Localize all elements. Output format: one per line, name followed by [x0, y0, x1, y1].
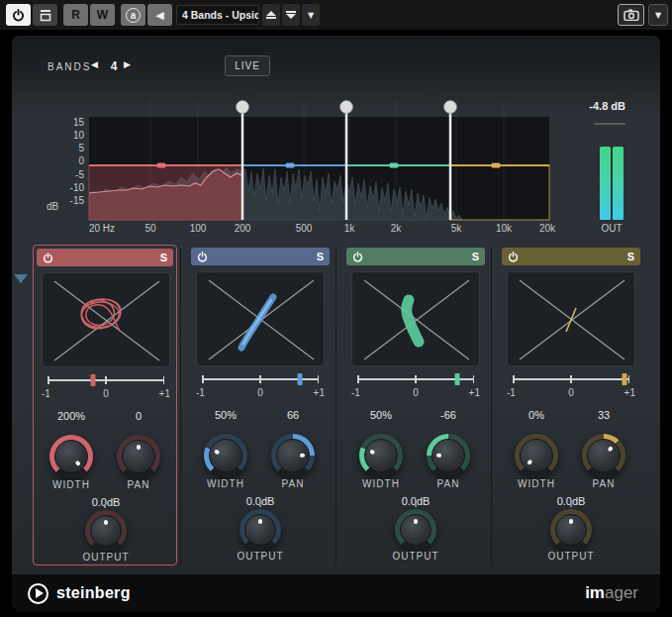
previous-preset-button[interactable] — [262, 4, 280, 26]
steinberg-logo-icon — [28, 583, 48, 604]
scale-label: -1 — [196, 387, 205, 398]
pan-value: 66 — [261, 409, 325, 421]
band-2-gain-handle[interactable] — [286, 163, 295, 168]
write-automation-button[interactable]: W — [90, 4, 115, 26]
output-knob[interactable] — [395, 509, 436, 551]
detent-mark — [104, 504, 106, 508]
correlation-meter — [202, 373, 319, 385]
output-knob[interactable] — [550, 509, 592, 551]
pan-value: -66 — [417, 409, 480, 421]
crossover-2-handle[interactable] — [340, 101, 353, 114]
freq-tick: 50 — [144, 223, 155, 234]
band-1-gain-handle[interactable] — [157, 163, 166, 168]
output-knob[interactable] — [240, 509, 281, 551]
output-level-readout: -4.8 dB — [589, 100, 625, 112]
width-knob[interactable] — [515, 434, 558, 477]
pan-knob[interactable] — [582, 434, 625, 477]
copy-ab-button[interactable]: ◀ — [147, 4, 172, 26]
next-preset-button[interactable] — [282, 4, 300, 26]
scale-label: +1 — [159, 388, 170, 399]
read-automation-button[interactable]: R — [63, 4, 88, 26]
preset-menu-button[interactable]: ▼ — [302, 4, 320, 26]
output-label: OUTPUT — [499, 551, 643, 562]
band-count-value: 4 — [106, 59, 122, 73]
spectrum-plot[interactable] — [35, 94, 641, 241]
plugin-toolbar: R W a ◀ 4 Bands - Upside D ▼ ▼ — [0, 0, 672, 30]
detent-mark — [415, 503, 417, 507]
width-value: 200% — [40, 410, 103, 422]
scale-label: +1 — [624, 387, 635, 398]
pan-knob[interactable] — [427, 434, 470, 477]
band-3-header: S — [346, 248, 485, 265]
live-toggle-button[interactable]: LIVE — [225, 55, 270, 76]
pan-label: PAN — [417, 478, 480, 489]
camera-icon — [624, 9, 639, 21]
detent-mark — [259, 503, 261, 507]
eject-down-icon — [286, 11, 296, 20]
crossover-3-handle[interactable] — [444, 101, 457, 114]
width-knob[interactable] — [49, 435, 93, 478]
decrease-bands-button[interactable]: ◀ — [91, 59, 98, 69]
freq-tick: 20 Hz — [89, 223, 115, 234]
band-solo-button[interactable]: S — [472, 251, 479, 262]
scope-cross-icon — [364, 280, 469, 360]
bypass-button[interactable] — [33, 4, 57, 26]
frequency-axis: 20 Hz501002005001k2k5k10k20k — [35, 223, 641, 237]
window-menu-button[interactable]: ▼ — [648, 4, 668, 26]
band-4-header: S — [502, 248, 640, 265]
freq-tick: 10k — [496, 223, 512, 234]
freq-tick: 1k — [344, 223, 355, 234]
pan-value: 33 — [572, 409, 635, 421]
preset-name-field[interactable]: 4 Bands - Upside D — [176, 5, 259, 25]
power-icon — [12, 9, 25, 22]
band-power-button[interactable] — [43, 253, 53, 263]
pan-knob[interactable] — [117, 435, 160, 478]
scale-label: 0 — [413, 387, 419, 398]
band-separator — [336, 248, 336, 565]
spectrum-display: 151050-5-10-15 dB — [35, 94, 641, 241]
band-2-vectorscope — [196, 271, 325, 366]
scale-label: 0 — [257, 387, 263, 398]
scope-trace-core — [243, 300, 271, 344]
band-power-button[interactable] — [197, 252, 208, 262]
band-4-gain-handle[interactable] — [492, 163, 501, 168]
width-label: WIDTH — [40, 479, 103, 490]
band-power-button[interactable] — [352, 252, 363, 262]
correlation-marker — [298, 373, 303, 385]
freq-tick: 20k — [539, 223, 555, 234]
output-meter-left — [600, 147, 611, 220]
scale-label: +1 — [469, 387, 480, 398]
output-meter-right — [613, 147, 624, 220]
scope-cross-icon — [54, 281, 159, 360]
width-knob[interactable] — [359, 434, 403, 477]
snapshot-button[interactable] — [618, 4, 644, 26]
out-meter-label: OUT — [601, 223, 622, 234]
crossover-1-handle[interactable] — [237, 101, 249, 114]
output-label: OUTPUT — [343, 551, 488, 562]
activate-button[interactable] — [6, 4, 31, 26]
increase-bands-button[interactable]: ▶ — [124, 59, 131, 69]
band-solo-button[interactable]: S — [627, 251, 634, 262]
width-knob[interactable] — [204, 434, 247, 477]
band-solo-button[interactable]: S — [160, 252, 167, 263]
eject-up-icon — [266, 11, 276, 20]
output-knob[interactable] — [85, 510, 127, 552]
band-power-button[interactable] — [508, 252, 519, 262]
collapse-panel-button[interactable] — [14, 274, 28, 283]
scale-label: 0 — [568, 387, 574, 398]
chevron-down-icon: ▼ — [308, 11, 314, 20]
band-solo-button[interactable]: S — [317, 251, 324, 262]
width-label: WIDTH — [505, 478, 568, 489]
band-2-header: S — [191, 248, 330, 265]
arrow-left-icon: ◀ — [155, 9, 163, 22]
pan-label: PAN — [572, 478, 635, 489]
band-3-gain-handle[interactable] — [390, 163, 399, 168]
pan-knob[interactable] — [271, 434, 315, 477]
switch-ab-button[interactable]: a — [121, 4, 145, 26]
band-1-panel: S -10+1 200% 0 WIDTH PAN 0.0dB OUTPUT — [33, 245, 177, 566]
output-gain-slider[interactable] — [594, 123, 625, 125]
plugin-footer: steinberg imager — [12, 574, 660, 612]
output-label: OUTPUT — [34, 552, 178, 563]
width-label: WIDTH — [194, 478, 257, 489]
freq-tick: 2k — [391, 223, 402, 234]
